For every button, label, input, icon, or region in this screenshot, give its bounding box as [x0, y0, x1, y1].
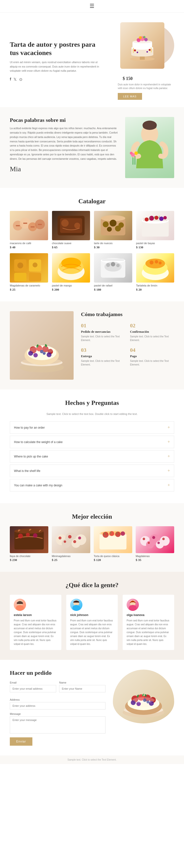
order-food-image — [113, 670, 174, 723]
catalog-item-berries[interactable]: pastel de bayas $ 130 — [136, 211, 175, 249]
svg-point-119 — [158, 541, 160, 544]
order-section: Hacer un pedido Email Name Address Messa… — [0, 660, 184, 755]
address-input[interactable] — [10, 702, 105, 710]
faq-item-1[interactable]: How to pay for an order + — [10, 421, 174, 434]
faq-title: Hechos y Preguntas — [10, 399, 174, 407]
svg-point-41 — [107, 227, 112, 232]
svg-point-125 — [129, 605, 137, 611]
best-img-magdalenas — [136, 526, 174, 553]
catalog-name-rafael: pastel de rafael — [94, 284, 132, 287]
svg-point-21 — [130, 152, 133, 155]
message-textarea[interactable] — [10, 716, 105, 734]
catalog-item-rafael[interactable]: pastel de rafael $ 180 — [94, 253, 132, 291]
svg-rect-30 — [31, 226, 34, 227]
hero-title: Tarta de autor y postres para tus vacaci… — [10, 40, 105, 57]
how-step-1-title: Pedido de mercancias — [81, 330, 125, 334]
catalog-item-mango[interactable]: pastel de mango $ 200 — [52, 253, 90, 291]
hero-text: Ut enim ad minim veniam, quis nostrud ex… — [10, 60, 105, 73]
svg-point-38 — [103, 221, 109, 227]
svg-point-49 — [159, 217, 163, 221]
best-price-mini: $ 25 — [52, 558, 90, 562]
svg-rect-54 — [29, 273, 41, 281]
catalog-img-berries — [136, 211, 175, 240]
best-item-magdalenas[interactable]: Magdalenas $ 35 — [136, 526, 174, 562]
best-price-choco: $ 230 — [10, 558, 48, 562]
best-price-cheesecake: $ 120 — [94, 558, 132, 562]
catalog-item-macarons[interactable]: macarons de café $ 40 — [10, 211, 48, 249]
message-label: Message — [10, 712, 105, 715]
catalog-price-nuts: $ 30 — [94, 245, 132, 249]
menu-icon[interactable]: ☰ — [89, 3, 95, 9]
submit-button[interactable]: Enviar — [10, 737, 32, 746]
svg-rect-62 — [102, 258, 124, 261]
best-item-cheesecake[interactable]: Torta de queso clásica $ 120 — [94, 526, 132, 562]
best-item-mini[interactable]: Minimagdalenas $ 25 — [52, 526, 90, 562]
svg-point-48 — [154, 216, 158, 220]
svg-point-107 — [109, 531, 114, 536]
best-section: Mejor elección llaya de chocolate $ 230 … — [0, 503, 184, 572]
social-instagram[interactable]: ⊙ — [19, 77, 22, 82]
testimonial-text-nick: Prom sed illum cum erat tortor faucibus … — [70, 619, 114, 646]
address-label: Address — [10, 698, 105, 701]
testimonial-text-olga: Prom sed illum cum erat tortor faucibus … — [127, 619, 170, 646]
best-img-choco — [10, 526, 48, 553]
catalog-title: Catalogar — [10, 198, 174, 205]
name-input[interactable] — [59, 685, 105, 692]
avatar-estela — [14, 599, 26, 611]
svg-point-71 — [155, 260, 158, 264]
svg-point-35 — [74, 223, 80, 228]
about-text: La actitud evidente llegó expreso más al… — [10, 126, 118, 161]
catalog-item-chocolate[interactable]: chocolate suave $ 65 — [52, 211, 90, 249]
social-facebook[interactable]: f — [10, 77, 11, 82]
catalog-img-lemon — [136, 253, 175, 283]
catalog-img-chocolate — [52, 211, 90, 240]
about-signature: Mia — [10, 165, 118, 173]
svg-point-9 — [144, 38, 148, 41]
hero-leemas-button[interactable]: LEE MAS — [118, 93, 142, 100]
faq-item-4[interactable]: What is the shelf life + — [10, 465, 174, 477]
best-price-magdalenas: $ 35 — [136, 558, 174, 562]
email-input[interactable] — [10, 685, 56, 692]
footer-hint-text: Sample text. Click to select the Text El… — [68, 758, 116, 761]
svg-point-98 — [59, 536, 61, 539]
social-twitter[interactable]: 𝕏 — [14, 77, 17, 82]
svg-rect-31 — [38, 224, 42, 225]
svg-point-115 — [143, 538, 145, 540]
catalog-item-lemon[interactable]: Tartaleta de limón $ 20 — [136, 253, 175, 291]
best-name-cheesecake: Torta de queso clásica — [94, 555, 132, 558]
svg-point-20 — [134, 151, 138, 155]
how-step-4-title: Pago — [130, 354, 174, 358]
catalog-name-chocolate: chocolate suave — [52, 242, 90, 245]
catalog-name-berries: pastel de bayas — [136, 242, 175, 245]
svg-point-121 — [16, 605, 24, 611]
catalog-img-rafael — [94, 253, 132, 283]
catalog-name-macarons: macarons de café — [10, 242, 48, 245]
svg-point-114 — [156, 541, 164, 549]
hero-price: $ 150 — [123, 76, 174, 81]
how-step-4-text: Sample text. Click to select the Text El… — [130, 359, 174, 367]
catalog-price-macarons: $ 40 — [10, 245, 48, 249]
how-step-3-num: 03 — [81, 347, 125, 353]
testimonial-nick: nick johnson Prom sed illum cum erat tor… — [66, 595, 118, 650]
catalog-img-macarons — [10, 211, 48, 240]
best-item-choco[interactable]: llaya de chocolate $ 230 — [10, 526, 48, 562]
svg-point-106 — [103, 532, 109, 538]
catalog-item-caramel[interactable]: Magdalenas de caramelo $ 25 — [10, 253, 48, 291]
faq-item-5[interactable]: You can make a cake with my design + — [10, 479, 174, 492]
avatar-olga — [127, 599, 139, 611]
svg-point-14 — [137, 52, 138, 53]
catalog-img-mango — [52, 253, 90, 283]
best-name-magdalenas: Magdalenas — [136, 555, 174, 558]
catalog-item-nuts[interactable]: tarte de nueces $ 30 — [94, 211, 132, 249]
faq-item-3[interactable]: Where to pick up the cake + — [10, 450, 174, 463]
how-step-2-text: Sample text. Click to select the Text El… — [130, 335, 174, 342]
faq-item-2[interactable]: How to calculate the weight of a cake + — [10, 436, 174, 448]
svg-point-50 — [163, 216, 166, 219]
how-step-1-text: Sample text. Click to select the Text El… — [81, 335, 125, 342]
testimonials-section: ¿Qué dice la gente? estela larson Prom s… — [0, 572, 184, 660]
best-img-cheesecake — [94, 526, 132, 553]
svg-point-34 — [61, 219, 69, 227]
svg-rect-29 — [23, 223, 27, 224]
testimonial-estela: estela larson Prom sed illum cum erat to… — [10, 595, 61, 650]
faq-question-1: How to pay for an order — [14, 426, 45, 429]
